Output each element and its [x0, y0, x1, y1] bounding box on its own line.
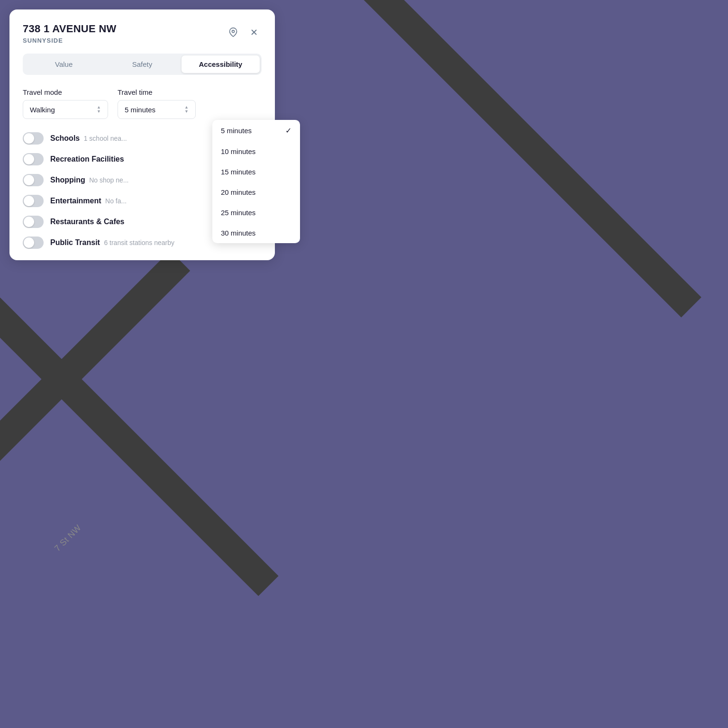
- road-1: [279, 0, 701, 318]
- tab-accessibility[interactable]: Accessibility: [182, 55, 260, 73]
- tab-value[interactable]: Value: [25, 55, 103, 73]
- travel-mode-select[interactable]: Walking ▲▼: [23, 100, 108, 119]
- option-label-5min: 5 minutes: [221, 127, 252, 135]
- option-label-20min: 20 minutes: [221, 188, 255, 196]
- dropdown-option-5min[interactable]: 5 minutes ✓: [212, 120, 300, 141]
- restaurants-label: Restaurants & Cafes: [50, 218, 127, 226]
- neighborhood-label: SUNNYSIDE: [23, 37, 117, 44]
- travel-mode-value: Walking: [30, 106, 55, 114]
- travel-time-value: 5 minutes: [125, 106, 155, 114]
- transit-toggle[interactable]: [23, 237, 44, 249]
- recreation-label: Recreation Facilities: [50, 155, 126, 164]
- close-button[interactable]: [246, 25, 262, 40]
- travel-time-group: Travel time 5 minutes ▲▼ 5 minutes ✓ 10 …: [118, 88, 196, 119]
- road-2: [0, 274, 279, 596]
- checkmark-5min: ✓: [285, 126, 291, 135]
- controls-row: Travel mode Walking ▲▼ Travel time 5 min…: [23, 88, 262, 119]
- schools-toggle[interactable]: [23, 132, 44, 145]
- address-title: 738 1 AVENUE NW: [23, 23, 117, 35]
- dropdown-option-20min[interactable]: 20 minutes: [212, 182, 300, 202]
- tab-safety[interactable]: Safety: [103, 55, 181, 73]
- shopping-label: Shopping No shop ne...: [50, 176, 129, 184]
- location-button[interactable]: [226, 25, 241, 40]
- panel-header: 738 1 AVENUE NW SUNNYSIDE: [23, 23, 262, 44]
- dropdown-option-25min[interactable]: 25 minutes: [212, 202, 300, 223]
- recreation-toggle[interactable]: [23, 153, 44, 165]
- street-label: 7 St NW: [53, 523, 83, 554]
- dropdown-option-10min[interactable]: 10 minutes: [212, 141, 300, 162]
- entertainment-label: Entertainment No fa...: [50, 197, 127, 205]
- dropdown-option-30min[interactable]: 30 minutes: [212, 223, 300, 243]
- tab-bar: Value Safety Accessibility: [23, 54, 262, 75]
- travel-time-arrows: ▲▼: [184, 105, 189, 114]
- transit-label: Public Transit 6 transit stations nearby: [50, 238, 174, 247]
- option-label-30min: 30 minutes: [221, 229, 255, 237]
- option-label-25min: 25 minutes: [221, 209, 255, 217]
- entertainment-toggle[interactable]: [23, 195, 44, 207]
- travel-time-dropdown: 5 minutes ✓ 10 minutes 15 minutes 20 min…: [212, 120, 300, 243]
- travel-mode-arrows: ▲▼: [97, 105, 101, 114]
- travel-time-select[interactable]: 5 minutes ▲▼: [118, 100, 196, 119]
- schools-label: Schools 1 school nea...: [50, 134, 127, 143]
- dropdown-option-15min[interactable]: 15 minutes: [212, 162, 300, 182]
- header-icons: [226, 25, 262, 40]
- travel-mode-label: Travel mode: [23, 88, 108, 96]
- property-panel: 738 1 AVENUE NW SUNNYSIDE Value Safety A…: [9, 9, 275, 260]
- option-label-10min: 10 minutes: [221, 147, 255, 155]
- shopping-toggle[interactable]: [23, 174, 44, 186]
- travel-time-label: Travel time: [118, 88, 196, 96]
- restaurants-toggle[interactable]: [23, 216, 44, 228]
- option-label-15min: 15 minutes: [221, 168, 255, 176]
- svg-point-0: [232, 30, 235, 33]
- address-block: 738 1 AVENUE NW SUNNYSIDE: [23, 23, 117, 44]
- travel-mode-group: Travel mode Walking ▲▼: [23, 88, 108, 119]
